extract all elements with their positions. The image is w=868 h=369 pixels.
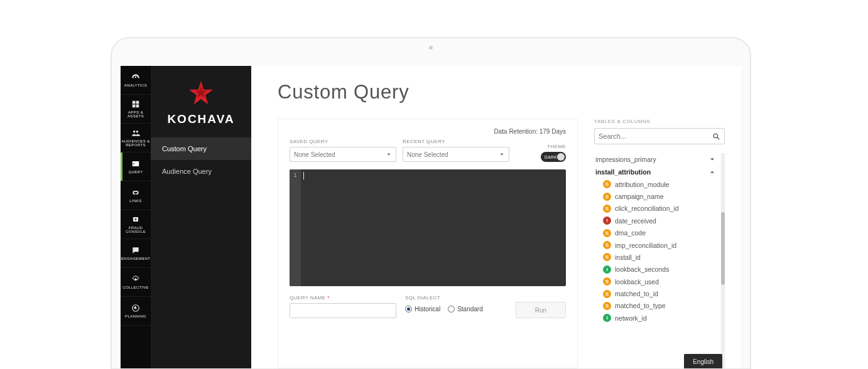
editor-body[interactable] xyxy=(301,169,566,286)
query-name-label: QUERY NAME * xyxy=(290,295,396,301)
dialect-standard-radio[interactable]: Standard xyxy=(448,306,483,313)
type-badge-icon: S xyxy=(603,180,611,188)
saved-query-value: None Selected xyxy=(294,151,335,158)
recent-query-label: RECENT QUERY xyxy=(403,139,509,144)
saved-query-select[interactable]: None Selected xyxy=(290,147,396,162)
device-camera xyxy=(429,46,433,50)
type-badge-icon: S xyxy=(603,229,611,237)
column-row[interactable]: Sdma_code xyxy=(594,227,725,239)
type-badge-icon: ! xyxy=(603,217,611,225)
svg-point-1 xyxy=(136,131,139,133)
type-badge-icon: I xyxy=(603,265,611,274)
nav-analytics[interactable]: ANALYTICS xyxy=(121,66,151,95)
submenu-audience-query[interactable]: Audience Query xyxy=(151,160,251,183)
type-badge-icon: S xyxy=(603,253,611,261)
line-number: 1 xyxy=(290,172,301,178)
nav-query[interactable]: QUERY xyxy=(121,152,151,181)
column-row[interactable]: Inetwork_id xyxy=(594,312,725,324)
query-pane: Data Retention: 179 Days SAVED QUERY Non… xyxy=(278,119,578,368)
type-badge-icon: S xyxy=(603,205,611,213)
column-row[interactable]: !date_received xyxy=(594,215,725,227)
data-retention-text: Data Retention: 179 Days xyxy=(290,128,566,135)
table-row[interactable]: impressions_primary xyxy=(594,153,725,166)
search-icon xyxy=(712,132,720,141)
top-controls: SAVED QUERY None Selected RECENT QUERY N… xyxy=(290,139,566,162)
nav-links[interactable]: LINKS xyxy=(121,181,151,210)
tables-search-input[interactable] xyxy=(599,132,708,140)
toggle-knob xyxy=(557,153,565,161)
svg-point-9 xyxy=(713,134,718,138)
nav-label: FRAUD CONSOLE xyxy=(121,226,151,233)
chevron-down-icon xyxy=(499,151,505,158)
nav-rail: ANALYTICS APPS & ASSETS AUDIENCES & REPO… xyxy=(121,66,151,368)
nav-collective[interactable]: COLLECTIVE xyxy=(121,268,151,297)
radio-dot-icon xyxy=(448,306,455,313)
recent-query-value: None Selected xyxy=(407,151,448,158)
run-button[interactable]: Run xyxy=(516,302,566,318)
column-row[interactable]: Ilookback_seconds xyxy=(594,264,725,275)
column-row[interactable]: Smatched_to_type xyxy=(594,300,725,312)
shield-icon xyxy=(131,215,141,224)
nav-planning[interactable]: PLANNING xyxy=(121,297,151,326)
column-name: install_id xyxy=(615,254,641,261)
type-badge-icon: I xyxy=(603,314,611,322)
column-row[interactable]: Simp_reconciliation_id xyxy=(594,239,725,251)
column-name: network_id xyxy=(615,314,647,322)
side-panel: KOCHAVA Custom Query Audience Query xyxy=(151,66,251,368)
column-row[interactable]: Smatched_to_id xyxy=(594,287,725,299)
device-frame: ANALYTICS APPS & ASSETS AUDIENCES & REPO… xyxy=(111,37,751,369)
column-name: imp_reconciliation_id xyxy=(615,242,676,249)
table-row[interactable]: install_attribution xyxy=(594,166,725,178)
column-row[interactable]: Sattribution_module xyxy=(594,178,725,190)
language-button[interactable]: English xyxy=(684,354,722,368)
terminal-icon xyxy=(131,159,141,168)
scrollbar-track[interactable] xyxy=(721,153,725,368)
type-badge-icon: S xyxy=(603,241,611,249)
link-icon xyxy=(131,188,141,197)
nav-label: LINKS xyxy=(129,199,141,203)
compass-icon xyxy=(131,304,141,313)
dialect-label: SQL DIALECT xyxy=(405,295,483,301)
column-name: click_reconciliation_id xyxy=(615,205,679,212)
dialect-group: SQL DIALECT Historical Standard xyxy=(405,295,483,313)
type-badge-icon: S xyxy=(603,277,611,286)
theme-label: THEME xyxy=(547,144,566,149)
dialect-historical-radio[interactable]: Historical xyxy=(405,306,440,313)
chevron-down-icon xyxy=(708,156,716,163)
gauge-icon xyxy=(131,73,141,82)
recent-query-group: RECENT QUERY None Selected xyxy=(403,139,509,162)
nav-fraud-console[interactable]: FRAUD CONSOLE xyxy=(121,210,151,239)
query-name-input[interactable] xyxy=(290,303,396,318)
nav-label: PLANNING xyxy=(125,314,146,318)
nav-engagement[interactable]: ENGAGEMENT xyxy=(121,239,151,268)
radio-label: Standard xyxy=(457,306,483,313)
column-name: attribution_module xyxy=(615,181,669,188)
nav-audiences-reports[interactable]: AUDIENCES & REPORTS xyxy=(121,124,151,152)
nav-label: ENGAGEMENT xyxy=(121,257,151,260)
recent-query-select[interactable]: None Selected xyxy=(403,147,509,162)
chat-icon xyxy=(131,246,141,255)
tables-search[interactable] xyxy=(594,128,725,144)
gear-icon xyxy=(131,275,141,284)
grid-icon xyxy=(131,100,141,109)
brand-star-icon xyxy=(188,80,214,106)
column-row[interactable]: Sclick_reconciliation_id xyxy=(594,203,725,215)
editor-cursor xyxy=(303,172,304,179)
app-screen: ANALYTICS APPS & ASSETS AUDIENCES & REPO… xyxy=(121,66,741,368)
theme-toggle[interactable]: DARK xyxy=(541,152,566,162)
column-row[interactable]: Sinstall_id xyxy=(594,251,725,263)
svg-point-0 xyxy=(133,131,136,133)
theme-group: THEME DARK xyxy=(541,144,566,162)
svg-point-4 xyxy=(135,218,136,220)
brand-name: KOCHAVA xyxy=(167,112,234,126)
brand-block: KOCHAVA xyxy=(151,66,251,137)
column-row[interactable]: Slookback_used xyxy=(594,275,725,287)
sql-editor[interactable]: 1 xyxy=(290,169,566,286)
tables-columns-title: TABLES & COLUMNS xyxy=(594,119,725,124)
bottom-controls: QUERY NAME * SQL DIALECT Historical xyxy=(290,295,566,318)
nav-label: AUDIENCES & REPORTS xyxy=(121,139,151,147)
submenu-custom-query[interactable]: Custom Query xyxy=(151,137,251,160)
nav-apps-assets[interactable]: APPS & ASSETS xyxy=(121,95,151,124)
column-row[interactable]: Scampaign_name xyxy=(594,190,725,202)
tables-tree[interactable]: impressions_primary install_attribution … xyxy=(594,153,725,368)
